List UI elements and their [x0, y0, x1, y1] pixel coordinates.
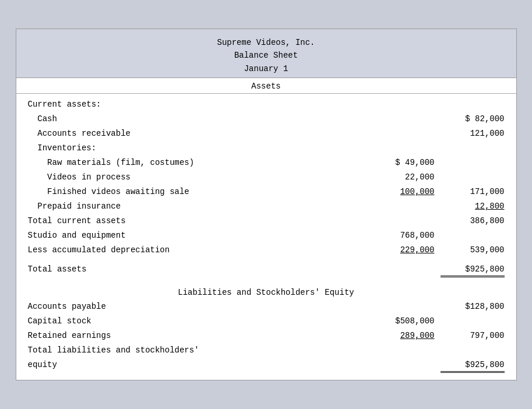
- prepaid-row: Prepaid insurance 12,800: [28, 199, 505, 214]
- finished-label: Finished videos awaiting sale: [28, 186, 376, 198]
- ap-row: Accounts payable $128,800: [28, 299, 505, 314]
- total-liabilities-row2: equity $925,800: [28, 358, 505, 374]
- studio-row: Studio and equipment 768,000: [28, 228, 505, 243]
- studio-label: Studio and equipment: [28, 230, 376, 242]
- total-liabilities-value: $925,800: [441, 359, 505, 373]
- depreciation-right: 539,000: [441, 244, 505, 256]
- spacer2: [28, 278, 505, 283]
- capital-label: Capital stock: [28, 315, 376, 327]
- capital-mid: $508,000: [376, 315, 441, 327]
- total-liabilities-label: Total liabilities and stockholders': [28, 344, 376, 357]
- ap-value: $128,800: [441, 301, 505, 313]
- total-assets-row: Total assets $925,800: [28, 262, 505, 278]
- videos-process-label: Videos in process: [28, 171, 376, 184]
- videos-process-mid: 22,000: [376, 171, 441, 184]
- total-assets-value: $925,800: [441, 263, 505, 277]
- page-wrapper: Supreme Videos, Inc. Balance Sheet Janua…: [0, 0, 532, 409]
- capital-row: Capital stock $508,000: [28, 314, 505, 329]
- total-current-assets-label: Total current assets: [28, 215, 376, 227]
- retained-row: Retained earnings 289,000 797,000: [28, 329, 505, 343]
- header-section: Supreme Videos, Inc. Balance Sheet Janua…: [16, 29, 516, 78]
- depreciation-mid: 229,000: [376, 244, 441, 256]
- current-assets-header-row: Current assets:: [28, 96, 505, 112]
- content-section: Current assets: Cash $ 82,000 Accounts r…: [16, 94, 516, 380]
- sheet-type: Balance Sheet: [22, 49, 510, 62]
- total-current-assets-value: 386,800: [441, 215, 505, 227]
- retained-right: 797,000: [441, 330, 505, 342]
- balance-sheet: Supreme Videos, Inc. Balance Sheet Janua…: [16, 29, 517, 380]
- sheet-date: January 1: [22, 62, 510, 75]
- assets-label: Assets: [16, 78, 516, 94]
- finished-mid: 100,000: [376, 186, 441, 198]
- cash-value: $ 82,000: [441, 113, 505, 125]
- ar-row: Accounts receivable 121,000: [28, 126, 505, 141]
- prepaid-label: Prepaid insurance: [28, 200, 376, 213]
- cash-row: Cash $ 82,000: [28, 112, 505, 126]
- total-current-assets-row: Total current assets 386,800: [28, 214, 505, 228]
- total-liabilities-row: Total liabilities and stockholders': [28, 343, 505, 358]
- finished-right: 171,000: [441, 186, 505, 198]
- depreciation-row: Less accumulated depreciation 229,000 53…: [28, 243, 505, 258]
- studio-mid: 768,000: [376, 230, 441, 242]
- depreciation-label: Less accumulated depreciation: [28, 244, 376, 256]
- total-assets-label: Total assets: [28, 263, 376, 276]
- ar-value: 121,000: [441, 128, 505, 140]
- retained-mid: 289,000: [376, 330, 441, 342]
- ar-label: Accounts receivable: [28, 128, 376, 140]
- raw-materials-mid: $ 49,000: [376, 157, 441, 169]
- ap-label: Accounts payable: [28, 301, 376, 313]
- inventories-header-row: Inventories:: [28, 141, 505, 156]
- cash-label: Cash: [28, 113, 376, 125]
- total-liabilities-label2: equity: [28, 359, 376, 371]
- prepaid-value: 12,800: [441, 200, 505, 213]
- company-name: Supreme Videos, Inc.: [22, 36, 510, 49]
- videos-process-row: Videos in process 22,000: [28, 170, 505, 185]
- liabilities-header: Liabilities and Stockholders' Equity: [28, 283, 505, 299]
- raw-materials-label: Raw materials (film, costumes): [28, 157, 376, 169]
- inventories-label: Inventories:: [28, 142, 376, 154]
- raw-materials-row: Raw materials (film, costumes) $ 49,000: [28, 156, 505, 170]
- finished-row: Finished videos awaiting sale 100,000 17…: [28, 185, 505, 199]
- current-assets-label: Current assets:: [28, 98, 376, 111]
- spacer1: [28, 258, 505, 262]
- retained-label: Retained earnings: [28, 330, 376, 342]
